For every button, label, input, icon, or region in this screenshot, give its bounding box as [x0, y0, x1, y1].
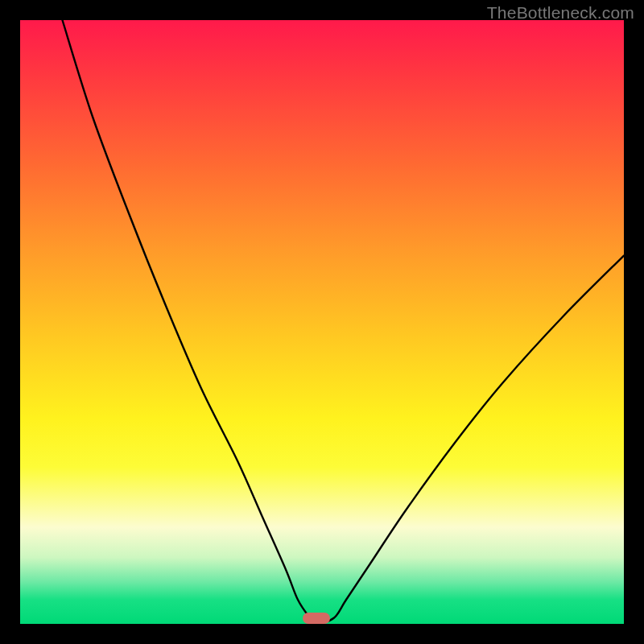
chart-plot-area	[20, 20, 624, 624]
optimal-point-marker	[303, 613, 330, 624]
watermark-text: TheBottleneck.com	[487, 3, 634, 23]
bottleneck-curve	[20, 20, 624, 624]
chart-frame: TheBottleneck.com	[0, 0, 644, 644]
